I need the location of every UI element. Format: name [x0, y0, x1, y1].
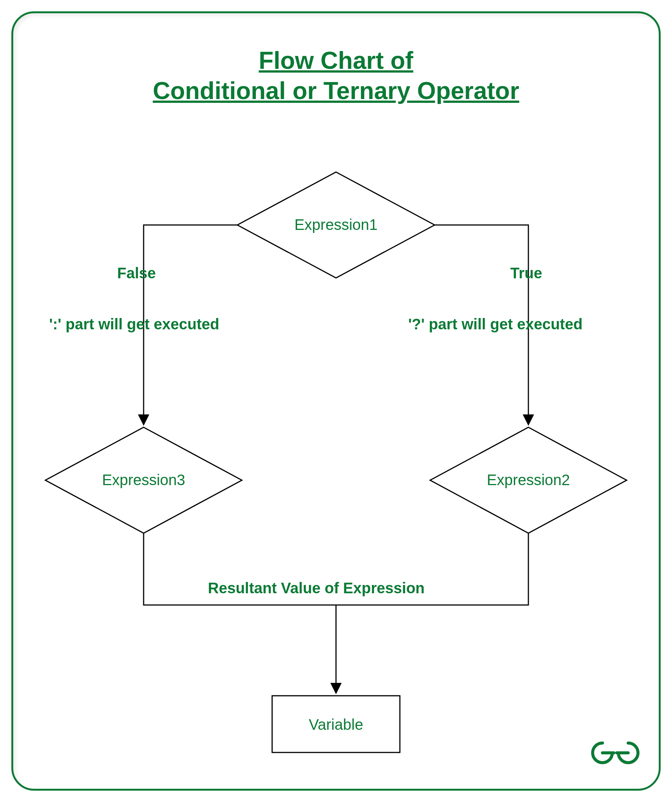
- gfg-logo: [589, 734, 642, 772]
- label-false: False: [117, 265, 156, 282]
- flowchart-svg: Expression1 Expression3 Expression2 Vari…: [0, 0, 672, 802]
- label-resultant: Resultant Value of Expression: [208, 580, 425, 597]
- page: Flow Chart of Conditional or Ternary Ope…: [0, 0, 672, 802]
- label-true: True: [510, 265, 542, 282]
- node-expression1-label: Expression1: [294, 216, 378, 233]
- label-question-exec: '?' part will get executed: [408, 316, 582, 333]
- node-expression3-label: Expression3: [102, 472, 185, 488]
- node-expression2-label: Expression2: [487, 472, 570, 488]
- gfg-logo-svg: [589, 734, 642, 772]
- node-variable-label: Variable: [309, 716, 363, 733]
- label-colon-exec: ':' part will get executed: [49, 316, 219, 333]
- flowchart-svg-container: Expression1 Expression3 Expression2 Vari…: [0, 0, 672, 802]
